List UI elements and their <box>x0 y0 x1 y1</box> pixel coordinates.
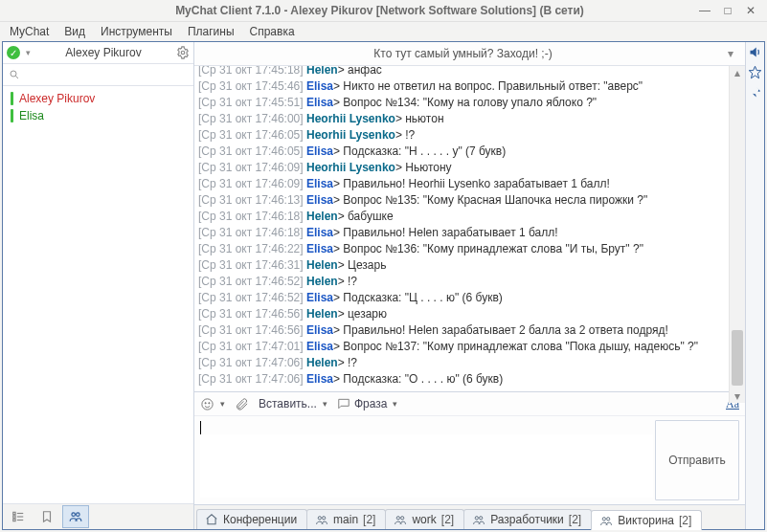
message-text: Ньютону <box>405 161 451 174</box>
scroll-thumb[interactable] <box>732 330 743 386</box>
view-bookmark-button[interactable] <box>34 505 60 528</box>
chat-message: [Ср 31 окт 17:46:05] Elisa> Подсказка: "… <box>198 144 739 160</box>
menu-справка[interactable]: Справка <box>244 23 301 40</box>
title-bar: MyChat Client 7.1.0 - Alexey Pikurov [Ne… <box>0 0 767 22</box>
message-text: Вопрос №135: "Кому Красная Шапочка несла… <box>343 193 647 207</box>
tab-label: work <box>412 513 436 526</box>
window-title: MyChat Client 7.1.0 - Alexey Pikurov [Ne… <box>61 4 698 17</box>
menu-плагины[interactable]: Плагины <box>182 23 240 40</box>
message-sep: > <box>333 177 343 190</box>
message-text: Никто не ответил на вопрос. Правильный о… <box>343 79 643 93</box>
minimize-button[interactable]: — <box>698 4 711 17</box>
message-nick: Elisa <box>306 340 333 353</box>
tab-label: Разработчики <box>490 513 564 526</box>
send-button[interactable]: Отправить <box>655 420 739 500</box>
presence-bar-icon <box>11 109 13 122</box>
message-text: Подсказка: "Н . . . . . у" (7 букв) <box>343 144 506 158</box>
message-sep: > <box>395 161 405 174</box>
message-timestamp: [Ср 31 окт 17:46:05] <box>198 144 306 158</box>
status-online-icon[interactable]: ✓ <box>7 46 20 59</box>
sidebar: ✓ ▾ Alexey Pikurov Alexey PikurovElisa <box>3 42 194 529</box>
message-timestamp: [Ср 31 окт 17:46:31] <box>198 258 306 272</box>
tab-main[interactable]: main [2] <box>306 509 386 529</box>
message-timestamp: [Ср 31 окт 17:47:06] <box>198 356 306 369</box>
message-sep: > <box>395 128 405 142</box>
scrollbar[interactable]: ▴ ▾ <box>729 66 745 403</box>
message-text: Правильно! Helen зарабатывает 1 балл! <box>343 226 557 239</box>
chat-message: [Ср 31 окт 17:45:18] Helen> анфас <box>198 66 739 78</box>
message-text: !? <box>348 275 357 288</box>
message-timestamp: [Ср 31 окт 17:46:13] <box>198 193 306 207</box>
svg-point-17 <box>401 516 404 519</box>
tab-викторина[interactable]: Викторина [2] <box>591 510 702 530</box>
menu-инструменты[interactable]: Инструменты <box>95 23 178 40</box>
tab-разработчики[interactable]: Разработчики [2] <box>463 509 592 529</box>
sound-icon[interactable] <box>747 44 763 60</box>
tab-label: Викторина <box>618 514 674 527</box>
message-nick: Elisa <box>306 96 333 109</box>
tab-label: main <box>333 513 358 526</box>
svg-point-15 <box>323 516 326 519</box>
insert-button[interactable]: Вставить...▾ <box>259 397 327 410</box>
message-timestamp: [Ср 31 окт 17:45:18] <box>198 66 306 77</box>
search-input[interactable] <box>26 67 188 82</box>
attach-button[interactable] <box>235 397 249 411</box>
close-button[interactable]: ✕ <box>744 4 757 17</box>
message-sep: > <box>338 275 348 288</box>
svg-point-21 <box>607 517 610 520</box>
maximize-button[interactable]: □ <box>721 4 734 17</box>
menu-mychat[interactable]: MyChat <box>4 23 55 40</box>
view-contacts-button[interactable] <box>62 505 89 528</box>
current-user-name: Alexey Pikurov <box>36 46 170 59</box>
message-text: !? <box>348 356 357 369</box>
view-list-button[interactable] <box>5 505 32 528</box>
message-text: Вопрос №137: "Кому принадлежат слова "По… <box>343 340 698 353</box>
svg-point-0 <box>181 51 185 55</box>
chat-message: [Ср 31 окт 17:46:13] Elisa> Вопрос №135:… <box>198 192 739 209</box>
message-timestamp: [Ср 31 окт 17:46:05] <box>198 128 306 142</box>
menu-bar: MyChatВидИнструментыПлагиныСправка <box>0 22 767 41</box>
message-nick: Elisa <box>306 323 333 337</box>
message-nick: Elisa <box>306 193 333 207</box>
svg-marker-22 <box>749 66 761 78</box>
chat-log[interactable]: [Ср 31 окт 17:45:15] Elisa> Подсказка: "… <box>194 66 745 391</box>
scroll-down-icon[interactable]: ▾ <box>730 389 745 403</box>
message-sep: > <box>333 372 343 386</box>
pin-icon[interactable] <box>747 84 763 100</box>
message-sep: > <box>333 242 343 255</box>
phrase-button[interactable]: Фраза▾ <box>337 397 398 410</box>
message-text: Подсказка: "О . . . . ю" (6 букв) <box>343 372 503 386</box>
tab-badge: [2] <box>363 513 375 526</box>
message-timestamp: [Ср 31 окт 17:47:06] <box>198 372 306 386</box>
svg-point-13 <box>209 402 210 403</box>
message-nick: Helen <box>306 307 338 321</box>
message-sep: > <box>333 226 343 239</box>
tab-badge: [2] <box>679 514 691 527</box>
tab-конференции[interactable]: Конференции <box>196 509 307 529</box>
message-nick: Helen <box>306 356 338 369</box>
tab-work[interactable]: work [2] <box>385 509 464 529</box>
scroll-up-icon[interactable]: ▴ <box>730 66 745 79</box>
topic-dropdown-icon[interactable]: ▾ <box>724 47 737 60</box>
svg-point-14 <box>318 516 321 519</box>
menu-вид[interactable]: Вид <box>58 23 91 40</box>
contact-item[interactable]: Alexey Pikurov <box>3 90 193 107</box>
svg-line-2 <box>15 76 18 78</box>
message-timestamp: [Ср 31 окт 17:45:46] <box>198 79 306 93</box>
message-nick: Helen <box>306 66 338 77</box>
star-icon[interactable] <box>747 64 763 80</box>
svg-rect-4 <box>13 516 15 518</box>
svg-point-19 <box>480 516 483 519</box>
message-timestamp: [Ср 31 окт 17:46:52] <box>198 291 306 304</box>
message-input[interactable] <box>200 434 653 498</box>
people-icon <box>472 513 485 526</box>
contact-item[interactable]: Elisa <box>3 107 193 124</box>
message-sep: > <box>333 79 343 93</box>
chevron-down-icon[interactable]: ▾ <box>26 48 31 57</box>
message-nick: Elisa <box>306 242 333 255</box>
gear-icon[interactable] <box>176 46 190 59</box>
message-nick: Elisa <box>306 144 333 158</box>
emoji-button[interactable]: ▾ <box>200 397 225 411</box>
chat-message: [Ср 31 окт 17:46:22] Elisa> Вопрос №136:… <box>198 241 739 257</box>
message-nick: Elisa <box>306 372 333 386</box>
